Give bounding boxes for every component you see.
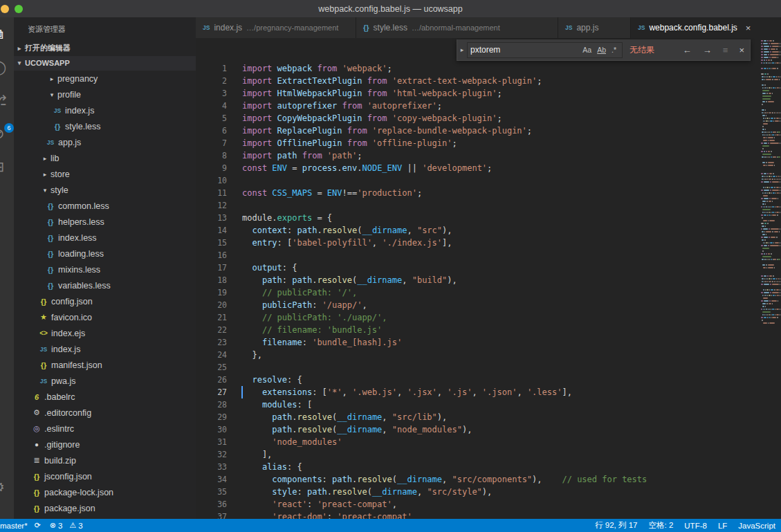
- code-line[interactable]: 27 extensions: ['*', '.web.js', '.jsx', …: [196, 386, 761, 398]
- code-line[interactable]: 26 resolve: {: [196, 374, 761, 386]
- code-line[interactable]: 29 path.resolve(__dirname, "src/lib"),: [196, 411, 761, 423]
- minimize-button[interactable]: [1, 5, 9, 13]
- find-query-text[interactable]: pxtorem: [470, 45, 580, 55]
- cursor-position-indicator[interactable]: 行 92, 列 17: [595, 520, 637, 531]
- zoom-button[interactable]: [15, 5, 23, 13]
- code-line[interactable]: 34 components: path.resolve(__dirname, "…: [196, 473, 761, 486]
- tree-file-style.less[interactable]: {}style.less: [14, 118, 196, 134]
- tab-webpack.config.babel.js[interactable]: JSwebpack.config.babel.js×: [631, 17, 781, 38]
- tab-style.less[interactable]: {}style.less…/abnormal-management: [356, 17, 558, 38]
- tree-file-jsconfig.json[interactable]: {}jsconfig.json: [14, 468, 196, 484]
- code-line[interactable]: 25: [196, 361, 761, 374]
- tree-file-manifest.json[interactable]: {}manifest.json: [14, 357, 196, 373]
- code-line[interactable]: 22 // filename: 'bundle.js': [196, 324, 761, 336]
- tree-file-common.less[interactable]: {}common.less: [14, 198, 196, 214]
- tree-file-favicon.ico[interactable]: ★favicon.ico: [14, 309, 196, 325]
- code-line[interactable]: 19 // publicPath: '/',: [196, 286, 761, 299]
- tab-app.js[interactable]: JSapp.js: [558, 17, 631, 38]
- code-line[interactable]: 37 'react-dom': 'preact-compat': [196, 511, 761, 519]
- code-line[interactable]: 36 'react': 'preact-compat',: [196, 498, 761, 511]
- code-line[interactable]: 16: [196, 249, 761, 262]
- minimap[interactable]: [761, 38, 781, 519]
- code-line[interactable]: 2import ExtractTextPlugin from 'extract-…: [196, 75, 761, 87]
- match-case-icon[interactable]: Aa: [580, 46, 594, 54]
- open-editors-section[interactable]: ▸ 打开的编辑器: [14, 41, 196, 56]
- git-branch-indicator[interactable]: master*: [0, 522, 28, 530]
- tree-file-helpers.less[interactable]: {}helpers.less: [14, 214, 196, 230]
- code-line[interactable]: 33 alias: {: [196, 461, 761, 473]
- tree-file-app.js[interactable]: JSapp.js: [14, 134, 196, 150]
- tree-file-.babelrc[interactable]: 6.babelrc: [14, 389, 196, 405]
- code-line[interactable]: 7import OfflinePlugin from 'offline-plug…: [196, 137, 761, 149]
- extensions-icon[interactable]: ⊞: [0, 150, 14, 183]
- editor-pane[interactable]: ▸ pxtorem Aa Ab .* 无结果 ← → ≡ ×: [196, 38, 781, 519]
- tree-file-index.js[interactable]: JSindex.js: [14, 102, 196, 118]
- encoding-indicator[interactable]: UTF-8: [684, 522, 707, 530]
- problems-indicator[interactable]: ⊗ 3: [50, 521, 63, 530]
- tree-folder-profile[interactable]: ▾profile: [14, 86, 196, 102]
- tree-file-index.js[interactable]: JSindex.js: [14, 341, 196, 357]
- code-line[interactable]: 6import ReplacePlugin from 'replace-bund…: [196, 125, 761, 137]
- code-line[interactable]: 35 style: path.resolve(__dirname, "src/s…: [196, 486, 761, 498]
- code-line[interactable]: 12: [196, 199, 761, 212]
- tree-file-variables.less[interactable]: {}variables.less: [14, 277, 196, 293]
- tree-folder-store[interactable]: ▸store: [14, 166, 196, 182]
- find-in-selection-icon[interactable]: ≡: [717, 45, 734, 55]
- explorer-icon[interactable]: ⧉: [0, 17, 14, 51]
- warnings-indicator[interactable]: ⚠ 3: [69, 521, 82, 530]
- tree-folder-pregnancy[interactable]: ▸pregnancy: [14, 71, 196, 86]
- tree-file-package.json[interactable]: {}package.json: [14, 500, 196, 516]
- code-line[interactable]: 10: [196, 174, 761, 187]
- code-line[interactable]: 28 modules: [: [196, 398, 761, 411]
- code-area[interactable]: 1import webpack from 'webpack';2import E…: [196, 62, 761, 519]
- eol-indicator[interactable]: LF: [718, 522, 727, 530]
- source-control-icon[interactable]: ⎇: [0, 84, 14, 117]
- code-line[interactable]: 31 'node_modules': [196, 436, 761, 448]
- code-line[interactable]: 3import HtmlWebpackPlugin from 'html-web…: [196, 87, 761, 100]
- tree-file-mixins.less[interactable]: {}mixins.less: [14, 262, 196, 277]
- debug-icon[interactable]: ⊘: [0, 117, 14, 150]
- tab-close-icon[interactable]: ×: [746, 23, 751, 33]
- code-line[interactable]: 13module.exports = {: [196, 212, 761, 224]
- tree-file-.eslintrc[interactable]: ◎.eslintrc: [14, 421, 196, 437]
- tree-file-index.less[interactable]: {}index.less: [14, 230, 196, 246]
- tree-file-package-lock.json[interactable]: {}package-lock.json: [14, 484, 196, 500]
- code-line[interactable]: 21 // publicPath: './uapp/',: [196, 311, 761, 324]
- settings-gear-icon[interactable]: ⚙: [0, 470, 14, 504]
- find-collapse-chevron-icon[interactable]: ▸: [457, 46, 467, 53]
- find-close-button[interactable]: ×: [733, 45, 750, 55]
- language-mode-indicator[interactable]: JavaScript: [738, 522, 775, 530]
- tree-file-loading.less[interactable]: {}loading.less: [14, 246, 196, 262]
- whole-word-icon[interactable]: Ab: [594, 46, 609, 54]
- code-line[interactable]: 32 ],: [196, 448, 761, 461]
- find-input[interactable]: pxtorem Aa Ab .*: [467, 42, 623, 58]
- tree-file-build.zip[interactable]: ≣build.zip: [14, 452, 196, 468]
- code-line[interactable]: 30 path.resolve(__dirname, "node_modules…: [196, 423, 761, 436]
- tab-index.js[interactable]: JSindex.js…/pregnancy-management: [196, 17, 356, 38]
- tree-file-config.json[interactable]: {}config.json: [14, 293, 196, 309]
- find-next-button[interactable]: →: [697, 45, 717, 55]
- code-line[interactable]: 14 context: path.resolve(__dirname, "src…: [196, 224, 761, 237]
- workspace-root-section[interactable]: ▾ UCOWSAPP: [14, 56, 196, 71]
- tree-file-index.ejs[interactable]: <>index.ejs: [14, 325, 196, 341]
- tree-file-.editorconfig[interactable]: ⚙.editorconfig: [14, 405, 196, 421]
- regex-icon[interactable]: .*: [609, 46, 619, 54]
- tree-file-pwa.js[interactable]: JSpwa.js: [14, 373, 196, 389]
- indentation-indicator[interactable]: 空格: 2: [649, 520, 674, 531]
- code-line[interactable]: 5import CopyWebpackPlugin from 'copy-web…: [196, 112, 761, 125]
- code-line[interactable]: 8import path from 'path';: [196, 149, 761, 162]
- code-line[interactable]: 18 path: path.resolve(__dirname, "build"…: [196, 274, 761, 286]
- code-line[interactable]: 4import autoprefixer from 'autoprefixer'…: [196, 100, 761, 112]
- tree-folder-lib[interactable]: ▸lib: [14, 150, 196, 166]
- find-previous-button[interactable]: ←: [677, 45, 697, 55]
- sync-button[interactable]: ⟳: [35, 521, 43, 530]
- code-line[interactable]: 11const CSS_MAPS = ENV!=='production';: [196, 187, 761, 199]
- tree-folder-style[interactable]: ▾style: [14, 182, 196, 198]
- code-line[interactable]: 9const ENV = process.env.NODE_ENV || 'de…: [196, 162, 761, 174]
- code-line[interactable]: 23 filename: 'bundle_[hash].js': [196, 336, 761, 349]
- code-line[interactable]: 20 publicPath: '/uapp/',: [196, 299, 761, 311]
- search-icon[interactable]: ◯: [0, 51, 14, 84]
- code-line[interactable]: 15 entry: ['babel-polyfill', './index.js…: [196, 237, 761, 249]
- code-line[interactable]: 24 },: [196, 349, 761, 361]
- tree-file-.gitignore[interactable]: ●.gitignore: [14, 437, 196, 452]
